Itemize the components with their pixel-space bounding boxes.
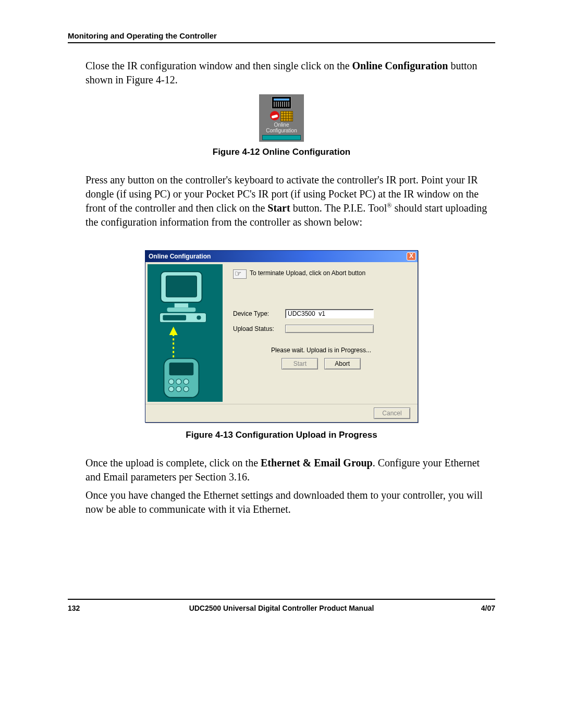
p1-bold: Online Configuration (352, 60, 448, 71)
svg-rect-4 (167, 307, 195, 312)
hint-row: To terminate Upload, click on Abort butt… (233, 269, 409, 279)
hint-text: To terminate Upload, click on Abort butt… (250, 269, 365, 277)
figure-4-12: Online Configuration (68, 94, 495, 142)
p2-bold: Start (267, 202, 290, 214)
page-footer: 132 UDC2500 Universal Digital Controller… (68, 604, 495, 612)
paragraph-2: Press any button on the controller's key… (85, 173, 495, 229)
p3-bold: Ethernet & Email Group (261, 457, 373, 468)
figure-4-12-caption: Figure 4-12 Online Configuration (68, 147, 495, 157)
p2-t2: button. The P.I.E. Tool (290, 202, 387, 214)
svg-rect-6 (163, 315, 186, 320)
online-config-icon: Online Configuration (259, 94, 304, 142)
device-type-row: Device Type: (233, 309, 409, 318)
dialog-titlebar[interactable]: Online Configuration X (145, 251, 418, 262)
controller-icon (272, 96, 291, 109)
svg-point-7 (197, 315, 201, 319)
upload-progress-bar (285, 325, 374, 333)
device-type-label: Device Type: (233, 310, 285, 317)
svg-rect-11 (169, 363, 194, 375)
start-button[interactable]: Start (282, 358, 318, 369)
p1-pre: Close the IR configuration window and th… (85, 60, 352, 71)
svg-point-17 (183, 387, 189, 392)
header-rule (68, 42, 495, 43)
upload-status-row: Upload Status: (233, 325, 409, 333)
dialog-graphic-panel (145, 262, 225, 404)
manual-title: UDC2500 Universal Digital Controller Pro… (120, 604, 443, 612)
close-button[interactable]: X (407, 252, 416, 261)
icon-label: Online Configuration (262, 122, 301, 133)
abort-button[interactable]: Abort (324, 358, 361, 369)
footer-rule (68, 599, 495, 600)
section-header: Monitoring and Operating the Controller (68, 31, 495, 40)
cancel-button[interactable]: Cancel (374, 408, 410, 419)
paragraph-3: Once the upload is complete, click on th… (85, 456, 495, 484)
svg-point-14 (183, 379, 189, 384)
svg-rect-3 (175, 303, 188, 307)
dialog-title: Online Configuration (149, 253, 211, 260)
svg-point-12 (169, 379, 174, 384)
svg-point-16 (176, 387, 181, 392)
paragraph-1: Close the IR configuration window and th… (85, 59, 495, 87)
svg-point-13 (176, 379, 181, 384)
wait-message: Please wait. Upload is in Progress... (233, 347, 409, 354)
figure-4-13-caption: Figure 4-13 Configuration Upload in Prog… (68, 430, 495, 440)
device-type-field[interactable] (285, 309, 374, 318)
svg-point-15 (169, 387, 174, 392)
upload-illustration (148, 264, 223, 402)
page-number: 132 (68, 604, 120, 612)
pointing-hand-icon (233, 269, 247, 279)
footer-date: 4/07 (443, 604, 495, 612)
upload-status-label: Upload Status: (233, 325, 285, 332)
online-config-dialog: Online Configuration X (145, 250, 418, 423)
svg-rect-2 (166, 276, 197, 297)
icon-label-line1: Online (274, 122, 289, 128)
icon-label-line2: Configuration (266, 128, 297, 133)
p3-pre: Once the upload is complete, click on th… (85, 457, 261, 468)
device-icon (262, 135, 301, 140)
grid-icon (280, 111, 293, 121)
tool-icon (270, 111, 279, 120)
paragraph-4: Once you have changed the Ethernet setti… (85, 488, 495, 516)
